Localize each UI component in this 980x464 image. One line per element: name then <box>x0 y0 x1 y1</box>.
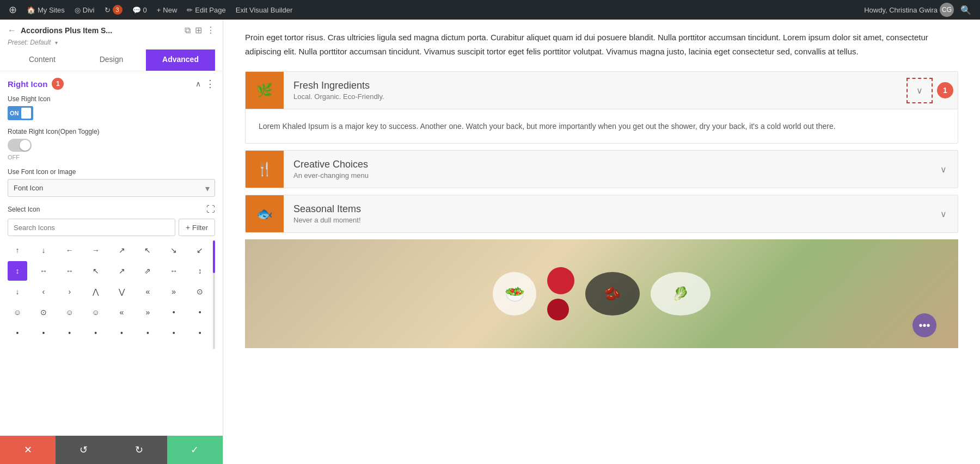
tab-content[interactable]: Content <box>8 50 77 71</box>
icon-circle3[interactable]: ⊙ <box>8 344 27 349</box>
back-icon[interactable]: ← <box>8 26 16 35</box>
icon-updown2[interactable]: ↕ <box>190 261 210 281</box>
accordion-header-1[interactable]: 🍴 Creative Choices An ever-changing menu… <box>246 151 958 188</box>
comments-menu[interactable]: 💬 0 <box>128 0 151 20</box>
cancel-button[interactable]: ✕ <box>0 436 56 464</box>
save-button[interactable]: ✓ <box>167 436 223 464</box>
icon-chevron-up[interactable]: ⋀ <box>86 282 106 301</box>
icon-arrow-nw[interactable]: ↖ <box>138 240 157 260</box>
more-options-btn[interactable]: ⋮ <box>205 78 215 90</box>
accordion-toggle-area-2[interactable]: ∨ <box>929 209 958 219</box>
grid-icon[interactable]: ⊞ <box>195 25 202 35</box>
howdy-text: Howdy, Christina Gwira <box>864 6 938 14</box>
icon-dot5[interactable]: • <box>60 323 79 343</box>
accordion-title-2: Seasonal Items <box>293 203 920 215</box>
icon-tri-down[interactable]: ▼ <box>190 344 210 349</box>
icon-chevron-right[interactable]: › <box>60 282 79 301</box>
icon-dot8[interactable]: • <box>138 323 157 343</box>
preset-chevron[interactable]: ▾ <box>55 40 58 46</box>
floating-btn-icon: ••• <box>918 319 930 332</box>
icon-dbl-left[interactable]: « <box>138 282 157 301</box>
icon-arrow-up[interactable]: ↑ <box>8 240 27 260</box>
icon-arrow-lr2[interactable]: ↔ <box>60 261 79 281</box>
main-layout: ← Accordions Plus Item S... ⧉ ⊞ ⋮ Preset… <box>0 20 980 464</box>
icon-down[interactable]: ↓ <box>8 282 27 301</box>
more-icon[interactable]: ⋮ <box>206 25 215 35</box>
icon-smile3[interactable]: ☺ <box>86 302 106 322</box>
accordion-body-0: Lorem Khaled Ipsum is a major key to suc… <box>246 109 958 143</box>
collapse-btn[interactable]: ∧ <box>195 79 201 88</box>
icon-dot11[interactable]: • <box>112 344 132 349</box>
undo-button[interactable]: ↺ <box>56 436 111 464</box>
comments-icon: 💬 <box>132 6 141 14</box>
icon-arrow-ul[interactable]: ↖ <box>86 261 106 281</box>
icon-arrow-ne[interactable]: ↗ <box>112 240 132 260</box>
tab-design[interactable]: Design <box>77 50 146 71</box>
icon-dot7[interactable]: • <box>112 323 132 343</box>
icon-dot10[interactable]: • <box>190 323 210 343</box>
new-menu[interactable]: + New <box>152 0 182 20</box>
accordion-item-0: 🌿 Fresh Ingredients Local. Organic. Eco-… <box>245 71 958 144</box>
fullscreen-icon[interactable]: ⛶ <box>206 205 215 214</box>
admin-bar-right: Howdy, Christina Gwira CG 🔍 <box>864 3 976 17</box>
use-right-icon-toggle[interactable]: ON <box>8 106 33 120</box>
icon-arrow-sw[interactable]: ↙ <box>190 240 210 260</box>
updates-menu[interactable]: ↻ 3 <box>100 0 127 20</box>
icon-dot2[interactable]: • <box>190 302 210 322</box>
icon-arrow-dbl[interactable]: ⇗ <box>138 261 157 281</box>
icon-circle[interactable]: ⊙ <box>190 282 210 301</box>
icon-search-input[interactable] <box>8 219 175 236</box>
icon-smile2[interactable]: ☺ <box>60 302 79 322</box>
accordion-chevron-0: ∨ <box>916 85 923 96</box>
icon-arrow-se[interactable]: ↘ <box>164 240 183 260</box>
icon-circle6[interactable]: ⊙ <box>86 344 106 349</box>
icon-move[interactable]: ↔ <box>164 261 183 281</box>
my-sites-menu[interactable]: 🏠 My Sites <box>22 0 69 20</box>
icon-dot4[interactable]: • <box>34 323 53 343</box>
rotate-toggle[interactable] <box>8 139 32 152</box>
icon-arrow-updown[interactable]: ↕ <box>8 261 27 281</box>
icon-arrow-right[interactable]: → <box>86 240 106 260</box>
icon-arrow-down[interactable]: ↓ <box>34 240 53 260</box>
icon-tri-up[interactable]: ▲ <box>164 344 183 349</box>
accordion-icon-box-0: 🌿 <box>246 72 284 109</box>
font-icon-select[interactable]: Font Icon <box>8 179 215 197</box>
accordion-header-2[interactable]: 🐟 Seasonal Items Never a dull moment! ∨ <box>246 195 958 232</box>
toggle-on-label: ON <box>10 110 19 116</box>
rotate-label: Rotate Right Icon(Open Toggle) <box>8 128 215 135</box>
icon-dot12[interactable]: • <box>138 344 157 349</box>
icon-circle5[interactable]: ⊙ <box>60 344 79 349</box>
icon-smile[interactable]: ☺ <box>8 302 27 322</box>
icon-chevron-left[interactable]: ‹ <box>34 282 53 301</box>
search-icon[interactable]: 🔍 <box>956 5 976 15</box>
icon-dbl-right[interactable]: » <box>164 282 183 301</box>
tab-advanced[interactable]: Advanced <box>146 50 215 71</box>
icon-dbl-left2[interactable]: « <box>112 302 132 322</box>
icon-circle4[interactable]: ⊙ <box>34 344 53 349</box>
accordion-toggle-area-1[interactable]: ∨ <box>929 164 958 175</box>
divi-menu[interactable]: ◎ Divi <box>70 0 99 20</box>
wp-icon: ⊕ <box>9 4 17 16</box>
redo-button[interactable]: ↻ <box>112 436 167 464</box>
icon-dot6[interactable]: • <box>86 323 106 343</box>
accordion-badge-0: 1 <box>937 82 953 98</box>
edit-page-btn[interactable]: ✏ Edit Page <box>182 0 230 20</box>
window-icon[interactable]: ⧉ <box>185 26 191 35</box>
icon-chevron-down[interactable]: ⋁ <box>112 282 132 301</box>
icon-arrow-leftright[interactable]: ↔ <box>34 261 53 281</box>
use-right-icon-toggle-container: ON <box>8 106 215 120</box>
filter-button[interactable]: + Filter <box>179 219 215 236</box>
icon-arrow-left[interactable]: ← <box>60 240 79 260</box>
exit-builder-btn[interactable]: Exit Visual Builder <box>231 0 297 20</box>
wp-logo[interactable]: ⊕ <box>4 0 21 20</box>
accordion-chevron-highlighted[interactable]: ∨ <box>906 78 933 103</box>
icon-dot1[interactable]: • <box>164 302 183 322</box>
icon-arrow-ur[interactable]: ↗ <box>112 261 132 281</box>
icon-dot3[interactable]: • <box>8 323 27 343</box>
divi-label: Divi <box>83 6 95 14</box>
icon-dbl-right2[interactable]: » <box>138 302 157 322</box>
icon-circle2[interactable]: ⊙ <box>34 302 53 322</box>
avatar[interactable]: CG <box>940 3 954 17</box>
icon-dot9[interactable]: • <box>164 323 183 343</box>
accordion-header-0[interactable]: 🌿 Fresh Ingredients Local. Organic. Eco-… <box>246 72 958 109</box>
